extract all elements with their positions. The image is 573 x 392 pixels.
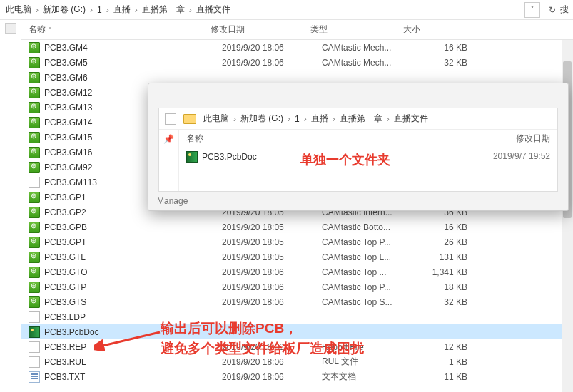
chevron-down-icon: ˅ [530,5,534,15]
crumb-drive[interactable]: 新加卷 (G:) [41,2,87,17]
file-name: PCB3.GM5 [44,58,222,68]
file-type: 文本文档 [322,371,415,383]
columns-header: 名称˄ 修改日期 类型 大小 [21,20,573,40]
chevron-right-icon: › [301,114,310,124]
refresh-icon: ↻ [549,5,556,15]
file-name: PCB3.PcbDoc [202,152,257,162]
crumb-label: 直播 [113,4,131,16]
green-file-icon [29,282,40,293]
search-button[interactable]: 搜 [560,4,569,16]
file-date: 2019/9/20 18:06 [222,372,322,382]
file-size: 32 KB [415,297,472,307]
crumb-folder[interactable]: 直播 [112,2,132,17]
crumb-folder[interactable]: 直播文件 [195,2,232,17]
chevron-right-icon: › [33,5,41,15]
green-file-icon [29,296,40,308]
annotation-single-folder: 单独一个文件夹 [300,151,390,168]
pcb-file-icon [29,326,40,338]
green-file-icon [29,207,40,218]
crumb-root[interactable]: 此电脑 [202,111,230,126]
green-file-icon [29,147,40,158]
file-row[interactable]: PCB3.GM42019/9/20 18:06CAMtastic Mech...… [21,40,573,55]
file-type: CAMtastic Top P... [322,237,415,247]
crumb-folder[interactable]: 直播第一章 [338,111,384,126]
crumb-label: 直播 [311,113,328,125]
file-row[interactable]: PCB3.GPB2019/9/20 18:05CAMtastic Botto..… [21,220,573,234]
dropdown-button[interactable]: ˅ [524,2,540,18]
green-file-icon [29,102,40,113]
chevron-right-icon: › [132,5,141,15]
sort-caret-icon: ˄ [49,26,51,33]
green-file-icon [29,237,40,248]
col-label: 名称 [186,133,203,143]
file-date: 2019/9/20 18:05 [222,222,322,232]
col-header-size[interactable]: 大小 [403,24,460,36]
white-file-icon [29,311,40,323]
crumb-label: 1 [97,5,102,15]
crumb-folder[interactable]: 直播 [310,111,330,126]
file-date: 2019/9/20 18:05 [222,237,322,247]
annotation-line: 避免多个类型文件给板厂造成困扰 [161,339,364,359]
col-header-date[interactable]: 修改日期 [211,24,310,36]
file-size: 1 KB [415,357,472,367]
overlay-file-date: 2019/9/7 19:52 [493,151,550,161]
annotation-line: 输出后可以删除PCB， [161,319,364,339]
col-header-name[interactable]: 名称˄ [29,24,211,36]
file-date: 2019/9/20 18:06 [222,357,322,367]
file-row[interactable]: PCB3.GPT2019/9/20 18:05CAMtastic Top P..… [21,234,573,249]
pcb-file-icon [186,151,198,163]
refresh-button[interactable]: ↻ [544,2,560,18]
back-button[interactable] [165,113,176,125]
overlay-breadcrumb: 此电脑 › 新加卷 (G:) › 1 › 直播 › 直播第一章 › 直播文件 [159,108,557,130]
crumb-folder[interactable]: 1 [293,113,301,125]
col-label: 大小 [403,24,420,34]
green-file-icon [29,42,40,53]
crumb-folder[interactable]: 直播文件 [392,111,430,126]
crumb-label: 新加卷 (G:) [43,4,86,16]
overlay-col-date[interactable]: 修改日期 [516,133,550,145]
file-row[interactable]: PCB3.GTL2019/9/20 18:05CAMtastic Top L..… [21,249,573,264]
green-file-icon [29,222,40,233]
crumb-label: 直播文件 [394,113,428,125]
green-file-icon [29,192,40,203]
sidebar-icon[interactable] [5,23,16,34]
chevron-right-icon: › [186,5,195,15]
crumb-folder[interactable]: 直播第一章 [141,2,186,17]
file-size: 1,341 KB [415,267,472,277]
col-label: 类型 [310,24,328,34]
crumb-folder[interactable]: 1 [96,4,103,16]
chevron-right-icon: › [285,114,293,124]
file-type: CAMtastic Top ... [322,267,415,277]
file-name: PCB3.GPB [44,222,222,232]
crumb-drive[interactable]: 新加卷 (G:) [239,111,285,126]
file-row[interactable]: PCB3.GTS2019/9/20 18:06CAMtastic Top S..… [21,294,573,309]
file-name: PCB3.RUL [44,357,222,367]
crumb-label: 直播文件 [196,4,230,16]
white-file-icon [29,341,40,353]
file-type: CAMtastic Top S... [322,297,415,307]
file-row[interactable]: PCB3.TXT2019/9/20 18:06文本文档11 KB [21,369,573,384]
pin-icon[interactable]: 📌 [163,134,174,144]
green-file-icon [29,117,40,128]
overlay-col-name[interactable]: 名称 [186,133,279,145]
file-date: 2019/9/20 18:06 [222,282,322,292]
file-name: PCB3.GTL [44,252,222,262]
chevron-right-icon: › [103,5,112,15]
file-row[interactable]: PCB3.GM52019/9/20 18:06CAMtastic Mech...… [21,55,573,70]
file-row[interactable]: PCB3.GTP2019/9/20 18:06CAMtastic Top P..… [21,279,573,294]
file-date: 2019/9/20 18:06 [222,267,322,277]
file-name: PCB3.GPT [44,237,222,247]
file-date: 2019/9/20 18:06 [222,297,322,307]
white-file-icon [29,177,40,188]
file-size: 16 KB [415,222,472,232]
file-name: PCB3.TXT [44,372,222,382]
sidebar [0,20,21,392]
col-label: 修改日期 [211,24,245,34]
col-header-type[interactable]: 类型 [310,24,403,36]
file-type: CAMtastic Top L... [322,252,415,262]
folder-icon [183,114,196,124]
file-size: 32 KB [415,58,472,68]
crumb-root[interactable]: 此电脑 [4,2,33,17]
col-label: 名称 [29,24,46,36]
file-row[interactable]: PCB3.GTO2019/9/20 18:06CAMtastic Top ...… [21,264,573,279]
